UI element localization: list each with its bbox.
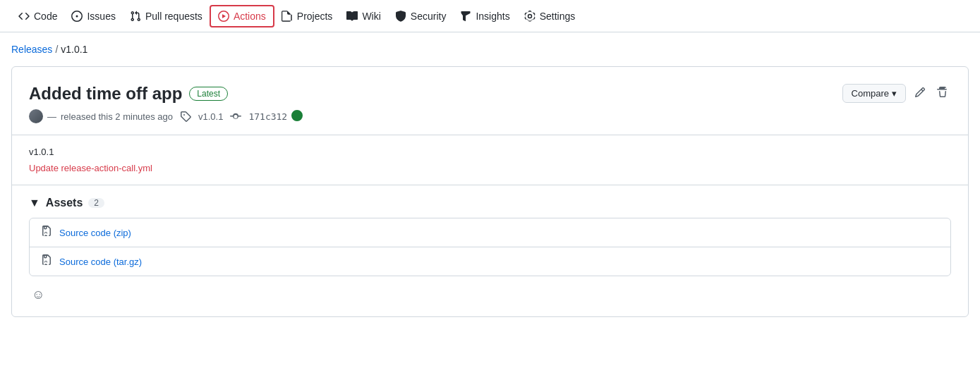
delete-button[interactable] xyxy=(934,84,951,103)
nav-wiki[interactable]: Wiki xyxy=(339,2,387,30)
nav-issues[interactable]: Issues xyxy=(64,2,122,30)
security-icon xyxy=(395,11,406,22)
emoji-reaction-button[interactable]: ☺ xyxy=(29,285,47,305)
released-text: released this 2 minutes ago xyxy=(61,111,173,122)
wiki-icon xyxy=(346,11,358,22)
pull-request-icon xyxy=(130,11,141,22)
breadcrumb-current: v1.0.1 xyxy=(61,44,87,55)
release-title: Added time off app xyxy=(29,84,182,104)
assets-label: Assets xyxy=(46,197,83,209)
release-header: Added time off app Latest — released thi… xyxy=(12,67,968,135)
breadcrumb-releases-link[interactable]: Releases xyxy=(11,44,52,55)
release-meta: — released this 2 minutes ago v1.0.1 171… xyxy=(29,109,303,123)
commit-link[interactable]: 171c312 xyxy=(248,111,287,122)
release-actions: Compare ▾ xyxy=(842,84,951,103)
check-icon xyxy=(291,110,303,123)
file-zip-icon xyxy=(41,226,52,240)
main-content: Added time off app Latest — released thi… xyxy=(0,61,980,328)
file-targz-icon xyxy=(41,254,52,268)
nav-settings[interactable]: Settings xyxy=(517,2,583,30)
release-body: v1.0.1 Update release-action-call.yml xyxy=(12,135,968,185)
asset-item-zip: Source code (zip) xyxy=(30,218,950,247)
asset-item-targz: Source code (tar.gz) xyxy=(30,247,950,276)
release-title-row: Added time off app Latest xyxy=(29,84,303,104)
avatar xyxy=(29,109,43,123)
issues-icon xyxy=(71,11,83,22)
nav-pull-requests[interactable]: Pull requests xyxy=(123,2,210,30)
nav-projects[interactable]: Projects xyxy=(274,2,340,30)
source-code-zip-link[interactable]: Source code (zip) xyxy=(59,228,131,238)
commit-message: Update release-action-call.yml xyxy=(29,163,951,173)
assets-count: 2 xyxy=(88,198,104,208)
settings-icon xyxy=(524,11,536,22)
projects-icon xyxy=(282,11,293,22)
nav-actions[interactable]: Actions xyxy=(210,5,274,27)
actions-icon xyxy=(218,11,229,22)
source-code-targz-link[interactable]: Source code (tar.gz) xyxy=(59,257,142,267)
release-card: Added time off app Latest — released thi… xyxy=(11,66,969,317)
tag-link[interactable]: v1.0.1 xyxy=(198,111,223,122)
assets-section: ▼ Assets 2 Source code (zip) xyxy=(12,185,968,316)
top-nav: Code Issues Pull requests Actions xyxy=(0,0,980,32)
edit-button[interactable] xyxy=(912,84,928,103)
compare-button[interactable]: Compare ▾ xyxy=(842,84,906,103)
nav-insights[interactable]: Insights xyxy=(453,2,516,30)
nav-security[interactable]: Security xyxy=(388,2,454,30)
assets-header[interactable]: ▼ Assets 2 xyxy=(29,197,951,209)
nav-code[interactable]: Code xyxy=(11,2,64,30)
chevron-down-icon: ▾ xyxy=(892,88,897,99)
breadcrumb: Releases / v1.0.1 xyxy=(0,32,980,61)
latest-badge: Latest xyxy=(189,87,228,101)
assets-triangle-icon: ▼ xyxy=(29,197,40,209)
asset-list: Source code (zip) Source code (tar.gz) xyxy=(29,218,951,276)
breadcrumb-separator: / xyxy=(55,44,58,55)
insights-icon xyxy=(460,11,471,22)
code-icon xyxy=(18,11,30,22)
version-label: v1.0.1 xyxy=(29,147,951,157)
